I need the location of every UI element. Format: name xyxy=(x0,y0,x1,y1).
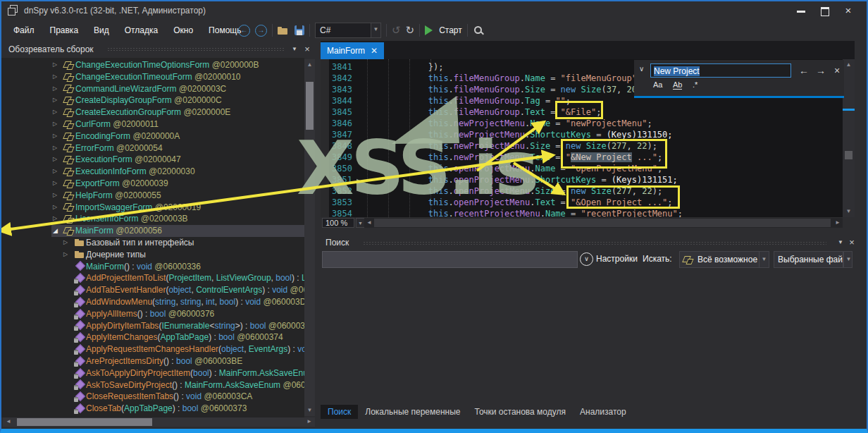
editor-horizontal-scrollbar[interactable]: ◄ ► xyxy=(364,218,843,228)
find-input[interactable]: New Project xyxy=(650,63,791,78)
tree-item[interactable]: ◢MainForm @02000056 xyxy=(1,225,304,237)
tree-item[interactable]: ▷CreateExecutionGroupForm @0200000E xyxy=(1,106,304,118)
tree-vertical-scrollbar[interactable]: ▲ ▼ xyxy=(304,59,315,416)
collapse-arrow-icon[interactable]: ◢ xyxy=(53,225,63,237)
zoom-level-select[interactable]: 100 % xyxy=(322,218,354,228)
tree-item[interactable]: ▷ErrorForm @02000054 xyxy=(1,142,304,154)
tree-item[interactable]: AskToApplyDirtyProjectItem(bool) : MainF… xyxy=(1,367,304,379)
expand-arrow-icon[interactable]: ▷ xyxy=(63,249,74,261)
whole-word-toggle[interactable]: Ab xyxy=(673,80,682,90)
panel-close-icon[interactable]: × xyxy=(302,41,313,58)
expand-arrow-icon[interactable]: ▷ xyxy=(53,94,63,106)
search-scope-select[interactable]: Всё возможное ▼ xyxy=(679,251,769,268)
scrollbar-thumb[interactable] xyxy=(17,418,152,426)
tree-item[interactable]: ▷ExecutionForm @02000047 xyxy=(1,154,304,166)
tree-item[interactable]: ▷ExportForm @02000039 xyxy=(1,178,304,190)
menu-item[interactable]: Вид xyxy=(86,20,117,41)
chevron-down-icon[interactable]: ▼ xyxy=(371,23,380,37)
tree-item[interactable]: ▷EncodingForm @0200000A xyxy=(1,130,304,142)
scroll-up-icon[interactable]: ▲ xyxy=(304,61,315,69)
tree-horizontal-scrollbar[interactable]: ◄ ► xyxy=(3,417,315,427)
bottom-tab[interactable]: Точки останова модуля xyxy=(468,405,574,419)
tree-item[interactable]: CloseTab(AppTabPage) : bool @06000373 xyxy=(1,403,304,415)
bottom-tab[interactable]: Локальные переменные xyxy=(358,405,467,419)
tree-item[interactable]: ▷ChangeExecutionTimeOptionsForm @0200000… xyxy=(1,59,304,71)
save-icon[interactable] xyxy=(294,25,304,35)
scroll-right-icon[interactable]: ► xyxy=(833,218,842,228)
tree-item[interactable]: AddTabEventHandler(object, ControlEventA… xyxy=(1,284,304,296)
menu-item[interactable]: Окно xyxy=(166,20,201,41)
scroll-down-icon[interactable]: ▼ xyxy=(843,207,855,216)
tree-item[interactable]: ▷CommandLineWizardForm @0200003C xyxy=(1,83,304,95)
start-play-icon[interactable] xyxy=(425,25,433,35)
tree-item[interactable]: ▷Базовый тип и интерфейсы xyxy=(1,237,304,249)
expand-arrow-icon[interactable]: ▷ xyxy=(53,178,63,190)
minimize-button[interactable] xyxy=(791,4,811,17)
tree-item[interactable]: ApplyDirtyItemTabs(IEnumerable<string>) … xyxy=(1,320,304,332)
find-close-icon[interactable]: × xyxy=(834,63,840,78)
find-chevron-icon[interactable]: ∨ xyxy=(639,65,644,73)
settings-label[interactable]: Настройки xyxy=(596,254,638,264)
expand-arrow-icon[interactable]: ▷ xyxy=(53,71,63,83)
find-previous-icon[interactable]: ← xyxy=(799,63,809,78)
search-query-input[interactable] xyxy=(322,251,578,268)
tree-item[interactable]: MainForm() : void @06000336 xyxy=(1,261,304,273)
tab-mainform[interactable]: MainForm ✕ xyxy=(321,42,384,59)
menu-item[interactable]: Файл xyxy=(6,20,42,41)
regex-toggle[interactable]: .* xyxy=(693,80,698,89)
scroll-up-icon[interactable]: ▲ xyxy=(843,61,855,69)
tree-item[interactable]: ApplyRequestItemChangesHandler(object, E… xyxy=(1,343,304,355)
tree-item[interactable]: AskToSaveDirtyProject() : MainForm.AskSa… xyxy=(1,379,304,391)
panel-close-icon[interactable]: × xyxy=(846,236,857,252)
scrollbar-thumb[interactable] xyxy=(845,151,852,159)
editor-vertical-scrollbar[interactable]: ▲ ▼ xyxy=(843,59,855,217)
tree-item[interactable]: ▷CurlForm @02000011 xyxy=(1,118,304,130)
tree-item[interactable]: ▷LicenseInfoForm @0200003B xyxy=(1,213,304,225)
tree-item[interactable]: AddProjectItemToList(ProjectItem, ListVi… xyxy=(1,272,304,284)
navigate-forward-icon[interactable]: → xyxy=(255,25,267,37)
match-case-toggle[interactable]: Aa xyxy=(653,80,662,89)
scrollbar-thumb[interactable] xyxy=(374,219,831,227)
bottom-tab[interactable]: Поиск xyxy=(321,405,358,419)
undo-icon[interactable]: ↺ xyxy=(392,24,401,37)
tree-item[interactable]: AddWindowMenu(string, string, int, bool)… xyxy=(1,296,304,308)
tab-close-icon[interactable]: ✕ xyxy=(371,46,378,56)
expand-arrow-icon[interactable]: ▷ xyxy=(53,142,63,154)
tree-item[interactable]: ▷ImportSwaggerForm @02000019 xyxy=(1,202,304,214)
expand-arrow-icon[interactable]: ▷ xyxy=(53,166,63,178)
chevron-down-icon[interactable]: ▼ xyxy=(759,252,769,267)
tree-item[interactable]: ▷HelpForm @02000055 xyxy=(1,190,304,202)
scroll-right-icon[interactable]: ► xyxy=(305,417,314,427)
tree-item[interactable]: ▷CreateDisplayGroupForm @0200000C xyxy=(1,94,304,106)
panel-menu-chevron-icon[interactable]: ▼ xyxy=(835,236,846,252)
tree-item[interactable]: AreProjectItemsDirty() : bool @060003BE xyxy=(1,355,304,367)
bottom-tab[interactable]: Анализатор xyxy=(573,405,633,419)
expand-arrow-icon[interactable]: ▷ xyxy=(53,106,63,118)
tree-item[interactable]: CloseRequestItemTabs() : void @060003CA xyxy=(1,391,304,403)
find-next-icon[interactable]: → xyxy=(816,63,826,78)
expand-arrow-icon[interactable]: ▷ xyxy=(53,83,63,95)
open-file-icon[interactable] xyxy=(278,25,290,35)
expand-arrow-icon[interactable]: ▷ xyxy=(53,213,63,225)
redo-icon[interactable]: ↻ xyxy=(406,24,415,37)
navigate-back-icon[interactable]: ← xyxy=(238,25,250,37)
expand-arrow-icon[interactable]: ▷ xyxy=(53,202,63,214)
search-files-select[interactable]: Выбранные файлы xyxy=(774,251,843,268)
maximize-button[interactable] xyxy=(815,4,835,17)
expand-arrow-icon[interactable]: ▷ xyxy=(63,237,74,249)
tree-item[interactable]: ApplyAllItems() : bool @06000376 xyxy=(1,308,304,320)
menu-item[interactable]: Правка xyxy=(42,20,87,41)
language-select[interactable]: C# ▼ xyxy=(315,23,381,38)
panel-menu-chevron-icon[interactable]: ▼ xyxy=(289,41,300,58)
expand-arrow-icon[interactable]: ▷ xyxy=(53,154,63,166)
expand-arrow-icon[interactable]: ▷ xyxy=(53,130,63,142)
tree-item[interactable]: ▷ExecutionInfoForm @02000030 xyxy=(1,166,304,178)
scroll-down-icon[interactable]: ▼ xyxy=(304,406,315,415)
expand-arrow-icon[interactable]: ▷ xyxy=(53,118,63,130)
tree-item[interactable]: ▷Дочерние типы xyxy=(1,249,304,261)
settings-chevron-icon[interactable]: ∨ xyxy=(580,252,593,266)
files-chevron-button[interactable]: ▼ xyxy=(843,251,852,268)
tree-item[interactable]: ApplyItemChanges(AppTabPage) : bool @060… xyxy=(1,331,304,343)
expand-arrow-icon[interactable]: ▷ xyxy=(53,59,63,71)
search-icon[interactable] xyxy=(473,25,484,36)
